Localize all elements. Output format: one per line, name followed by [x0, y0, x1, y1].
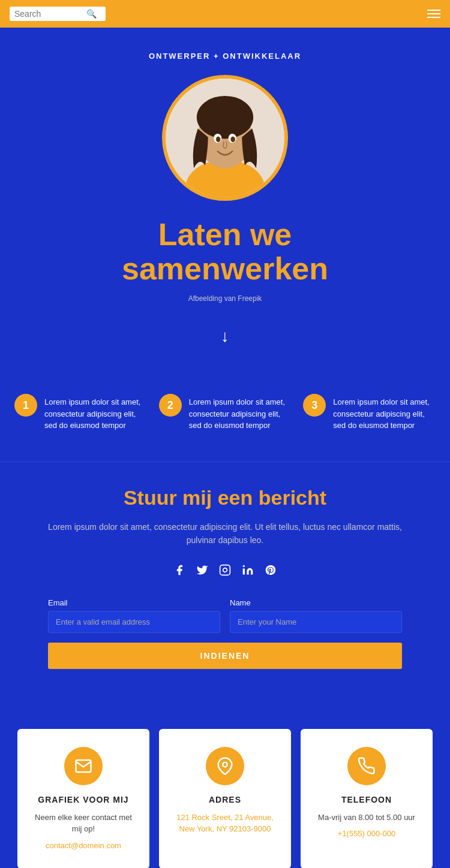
- email-form-group: Email: [48, 598, 220, 633]
- instagram-icon[interactable]: [219, 564, 231, 579]
- phone-card-text: Ma-vrij van 8.00 tot 5.00 uur: [313, 812, 421, 824]
- facebook-icon[interactable]: [173, 564, 185, 579]
- svg-rect-11: [243, 568, 245, 574]
- twitter-icon[interactable]: [196, 564, 208, 579]
- svg-point-7: [216, 137, 221, 142]
- email-card-title: GRAFIEK VOOR MIJ: [29, 795, 137, 804]
- image-credit: Afbeelding van Freepik: [12, 294, 438, 303]
- step-1: 1 Lorem ipsum dolor sit amet, consectetu…: [14, 394, 147, 432]
- hero-subtitle: ONTWERPER + ONTWIKKELAAR: [12, 52, 438, 61]
- search-box[interactable]: 🔍: [10, 7, 106, 21]
- phone-card-link[interactable]: +1(555) 000-000: [338, 829, 396, 838]
- name-label: Name: [230, 598, 402, 607]
- contact-card-email: GRAFIEK VOOR MIJ Neem elke keer contact …: [17, 729, 149, 868]
- email-label: Email: [48, 598, 220, 607]
- name-form-group: Name: [230, 598, 402, 633]
- submit-button[interactable]: INDIENEN: [48, 643, 402, 669]
- email-card-icon: [64, 747, 103, 785]
- step-text-1: Lorem ipsum dolor sit amet, consectetur …: [44, 394, 147, 432]
- avatar: [162, 75, 288, 201]
- svg-point-4: [197, 96, 253, 139]
- hero-title: Laten we samenwerken: [12, 218, 438, 286]
- phone-card-icon: [347, 747, 386, 785]
- step-number-3: 3: [303, 394, 326, 417]
- step-number-2: 2: [159, 394, 182, 417]
- step-2: 2 Lorem ipsum dolor sit amet, consectetu…: [159, 394, 292, 432]
- search-icon: 🔍: [86, 9, 97, 19]
- linkedin-icon[interactable]: [242, 564, 254, 579]
- hero-section: ONTWERPER + ONTWIKKELAAR: [0, 28, 450, 376]
- hamburger-menu-button[interactable]: [427, 10, 440, 18]
- social-icons: [48, 564, 402, 579]
- step-text-2: Lorem ipsum dolor sit amet, consectetur …: [189, 394, 292, 432]
- svg-rect-9: [220, 565, 230, 575]
- contact-card-phone: TELEFOON Ma-vrij van 8.00 tot 5.00 uur +…: [301, 729, 433, 868]
- header: 🔍: [0, 0, 450, 28]
- email-card-link[interactable]: contact@domein.com: [46, 841, 121, 850]
- svg-point-13: [223, 762, 227, 767]
- scroll-down-arrow: ↓: [221, 327, 229, 346]
- address-card-text: 121 Rock Sreet, 21 Avenue, New York, NY …: [171, 812, 279, 835]
- step-text-3: Lorem ipsum dolor sit amet, consectetur …: [333, 394, 436, 432]
- name-field[interactable]: [230, 611, 402, 633]
- pinterest-icon[interactable]: [265, 564, 277, 579]
- contact-section: Stuur mij een bericht Lorem ipsum dolor …: [0, 462, 450, 705]
- step-3: 3 Lorem ipsum dolor sit amet, consectetu…: [303, 394, 436, 432]
- svg-point-12: [243, 565, 245, 566]
- steps-section: 1 Lorem ipsum dolor sit amet, consectetu…: [0, 376, 450, 462]
- svg-point-8: [230, 137, 235, 142]
- phone-card-title: TELEFOON: [313, 795, 421, 804]
- address-card-title: ADRES: [171, 795, 279, 804]
- address-card-icon: [206, 747, 244, 785]
- cards-section: GRAFIEK VOOR MIJ Neem elke keer contact …: [0, 705, 450, 868]
- contact-title: Stuur mij een bericht: [48, 486, 402, 510]
- step-number-1: 1: [14, 394, 37, 417]
- email-card-text: Neem elke keer contact met mij op!: [29, 812, 137, 835]
- email-field[interactable]: [48, 611, 220, 633]
- search-input[interactable]: [14, 9, 86, 19]
- avatar-image: [166, 79, 284, 197]
- contact-form-row: Email Name: [48, 598, 402, 633]
- contact-card-address: ADRES 121 Rock Sreet, 21 Avenue, New Yor…: [159, 729, 291, 868]
- contact-description: Lorem ipsum dolor sit amet, consectetur …: [48, 520, 402, 547]
